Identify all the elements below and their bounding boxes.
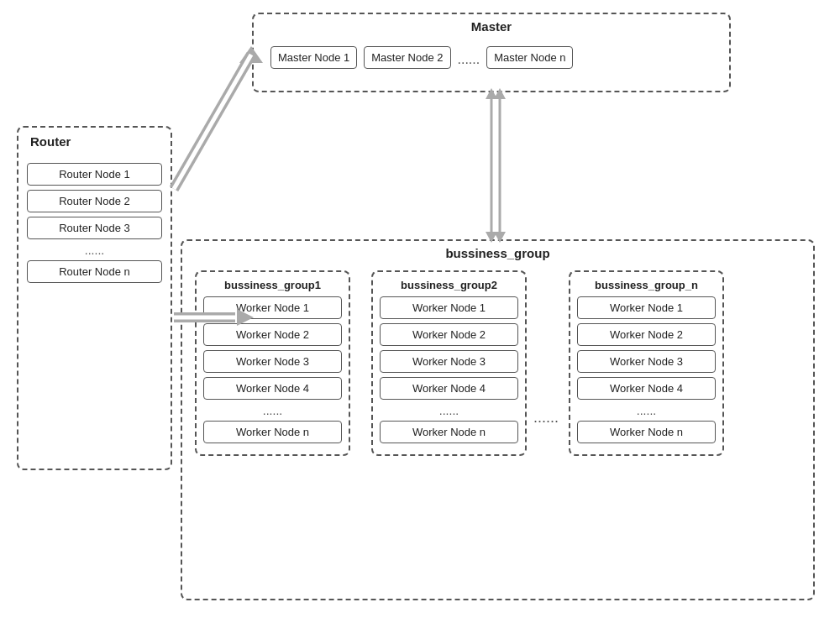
master-label: Master (471, 19, 512, 34)
biz-group-n-worker-3: Worker Node 3 (577, 350, 716, 373)
biz-group-1-worker-n: Worker Node n (203, 421, 342, 443)
biz-group-n-worker-4: Worker Node 4 (577, 377, 716, 400)
biz-group-n-dots: ...... (577, 404, 716, 417)
master-node-n: Master Node n (486, 46, 573, 69)
biz-group-2-worker-1: Worker Node 1 (380, 296, 518, 319)
biz-group-2-worker-3: Worker Node 3 (380, 350, 518, 373)
biz-group-1-worker-2: Worker Node 2 (203, 323, 342, 346)
biz-group-2: bussiness_group2 Worker Node 1 Worker No… (371, 270, 527, 456)
biz-group-1-worker-3: Worker Node 3 (203, 350, 342, 373)
biz-group-1-label: bussiness_group1 (203, 279, 342, 291)
master-nodes-row: Master Node 1 Master Node 2 ...... Maste… (262, 46, 721, 73)
biz-group-separator-dots: ...... (533, 409, 559, 427)
svg-line-2 (174, 55, 251, 189)
biz-group-2-dots: ...... (380, 404, 518, 417)
biz-group-2-worker-4: Worker Node 4 (380, 377, 518, 400)
biz-group-n-label: bussiness_group_n (577, 279, 716, 291)
router-label: Router (30, 134, 71, 149)
master-node-1: Master Node 1 (270, 46, 357, 69)
biz-group-1-worker-4: Worker Node 4 (203, 377, 342, 400)
router-node-1: Router Node 1 (27, 163, 162, 186)
router-dots: ...... (27, 244, 162, 257)
biz-group-n-worker-1: Worker Node 1 (577, 296, 716, 319)
biz-group-n: bussiness_group_n Worker Node 1 Worker N… (569, 270, 724, 456)
router-node-n: Router Node n (27, 260, 162, 283)
biz-group-1-worker-1: Worker Node 1 (203, 296, 342, 319)
biz-group-outer-label: bussiness_group (445, 246, 549, 260)
master-dots: ...... (458, 52, 480, 67)
biz-group-2-worker-n: Worker Node n (380, 421, 518, 443)
master-box: Master Master Node 1 Master Node 2 .....… (252, 13, 731, 92)
router-node-2: Router Node 2 (27, 190, 162, 212)
biz-group-1-dots: ...... (203, 404, 342, 417)
svg-line-4 (174, 55, 251, 189)
diagram-container: Master Master Node 1 Master Node 2 .....… (0, 0, 840, 618)
router-node-3: Router Node 3 (27, 217, 162, 239)
biz-group-1: bussiness_group1 Worker Node 1 Worker No… (195, 270, 350, 456)
biz-group-2-label: bussiness_group2 (380, 279, 518, 291)
biz-group-2-worker-2: Worker Node 2 (380, 323, 518, 346)
router-box: Router Router Node 1 Router Node 2 Route… (17, 126, 172, 470)
biz-group-n-worker-n: Worker Node n (577, 421, 716, 443)
biz-group-n-worker-2: Worker Node 2 (577, 323, 716, 346)
master-node-2: Master Node 2 (364, 46, 450, 69)
biz-group-outer: bussiness_group bussiness_group1 Worker … (181, 239, 815, 600)
